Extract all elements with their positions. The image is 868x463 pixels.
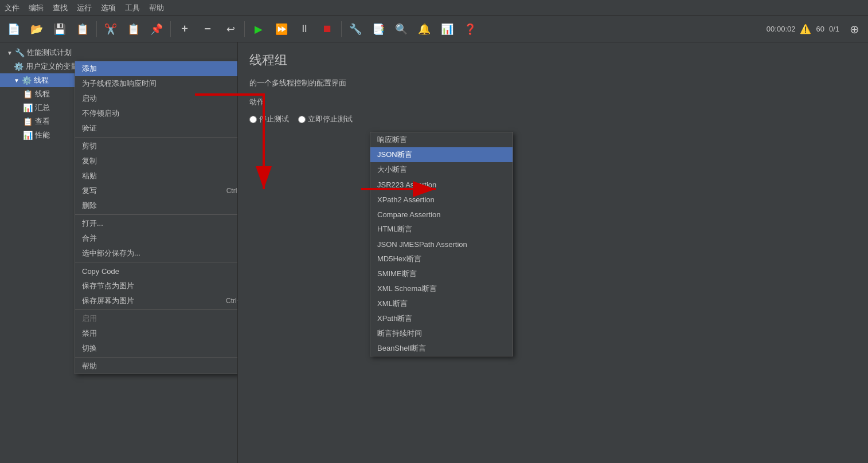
ctx-assertion-duration[interactable]: 断言持续时间 <box>370 326 513 341</box>
clear-button[interactable]: ↩ <box>220 19 241 40</box>
ctx-open[interactable]: 打开... <box>75 216 238 231</box>
ctx-add-response-time[interactable]: 为子线程添加响应时间 <box>75 76 238 91</box>
ctx-copy-code[interactable]: Copy Code <box>75 264 238 278</box>
help-toolbar-button[interactable]: ❓ <box>460 19 480 40</box>
ctx-compare-assertion[interactable]: Compare Assertion <box>370 207 513 222</box>
separator-2 <box>170 21 171 37</box>
ctx-paste-label: 粘贴 <box>82 171 97 181</box>
ctx-merge-label: 合并 <box>82 233 97 244</box>
ctx-xml-schema-assertion[interactable]: XML Schema断言 <box>370 281 513 296</box>
menu-tools[interactable]: 工具 <box>125 3 140 13</box>
arrow-root: ▼ <box>7 50 13 56</box>
ctx-start[interactable]: 启动 <box>75 91 238 106</box>
ctx-paste[interactable]: 粘贴 Ctrl-V <box>75 168 238 183</box>
ctx-size-assertion[interactable]: 大小断言 <box>370 162 513 177</box>
start-no-pause-button[interactable]: ⏩ <box>271 19 292 40</box>
tree-button[interactable]: 📊 <box>437 19 458 40</box>
ctx-start-label: 启动 <box>82 93 97 104</box>
ctx-add-response-time-label: 为子线程添加响应时间 <box>82 79 157 89</box>
ctx-smime-assertion[interactable]: SMIME断言 <box>370 266 513 281</box>
ctx-delete[interactable]: 删除 Delete <box>75 198 238 213</box>
ctx-help[interactable]: 帮助 <box>75 359 238 374</box>
left-panel: ▼ 🔧 性能测试计划 ⚙️ 用户定义的变量 ▼ ⚙️ 线程 📋 线程 📊 <box>0 42 238 463</box>
stop-button[interactable]: ⏹ <box>317 19 338 40</box>
start-button[interactable]: ▶ <box>248 19 269 40</box>
tree-label-vars: 用户定义的变量 <box>26 61 78 72</box>
remote-start-button[interactable]: 🔧 <box>345 19 366 40</box>
paste-button[interactable]: 📌 <box>146 19 167 40</box>
search-button[interactable]: 🔍 <box>391 19 412 40</box>
ctx-start-no-pause[interactable]: 不停顿启动 <box>75 106 238 121</box>
menu-run[interactable]: 运行 <box>77 3 92 13</box>
ctx-toggle[interactable]: 切换 Ctrl-T <box>75 341 238 356</box>
radio-immediate-stop-input[interactable] <box>298 116 306 123</box>
radio-stop-input[interactable] <box>249 116 257 123</box>
ctx-xpath-assertion[interactable]: XPath断言 <box>370 311 513 326</box>
context-menu-level1: 添加 ▶ 为子线程添加响应时间 启动 不停顿启动 验证 剪切 Ctrl-X 复制 <box>75 61 238 374</box>
ctx-disable-label: 禁用 <box>82 328 97 339</box>
ctx-size-assertion-label: 大小断言 <box>377 164 407 175</box>
ctx-add[interactable]: 添加 ▶ <box>75 61 238 76</box>
right-panel: 线程组 的一个多线程控制的配置界面 动作 停止测试 立即停止测试 <box>238 42 868 463</box>
menu-help[interactable]: 帮助 <box>149 3 164 13</box>
ctx-html-assertion[interactable]: HTML断言 <box>370 222 513 237</box>
ctx-toggle-label: 切换 <box>82 343 97 354</box>
menu-file[interactable]: 文件 <box>5 3 19 13</box>
ctx-merge[interactable]: 合并 <box>75 231 238 246</box>
ctx-response-assertion[interactable]: 响应断言 <box>370 132 513 147</box>
icon-view: 📋 <box>23 117 33 126</box>
menu-options[interactable]: 选项 <box>101 3 116 13</box>
context-menu-level3: 响应断言 JSON断言 大小断言 JSR223 Assertion XPath2… <box>370 132 513 356</box>
ctx-json-assertion[interactable]: JSON断言 <box>370 147 513 162</box>
copy-button[interactable]: 📋 <box>123 19 144 40</box>
radio-immediate-stop[interactable]: 立即停止测试 <box>298 114 353 124</box>
radio-immediate-stop-label: 立即停止测试 <box>308 114 353 124</box>
ctx-duplicate-shortcut: Ctrl+Shift-C <box>226 187 238 195</box>
ctx-jsr223-assertion[interactable]: JSR223 Assertion <box>370 177 513 192</box>
ctx-json-jmespath-assertion[interactable]: JSON JMESPath Assertion <box>370 237 513 252</box>
ctx-disable[interactable]: 禁用 <box>75 326 238 341</box>
tree-item-root[interactable]: ▼ 🔧 性能测试计划 <box>0 46 237 60</box>
ctx-xpath2-assertion[interactable]: XPath2 Assertion <box>370 192 513 207</box>
template-button[interactable]: 📑 <box>368 19 389 40</box>
open-button[interactable]: 📂 <box>26 19 47 40</box>
ctx-save-screen-img-shortcut: Ctrl+Shift-G <box>226 297 238 305</box>
new-button[interactable]: 📄 <box>3 19 24 40</box>
sep-2 <box>75 214 238 215</box>
save-button[interactable]: 💾 <box>49 19 70 40</box>
ctx-save-selection[interactable]: 选中部分保存为... <box>75 246 238 261</box>
expand-button[interactable]: ⊕ <box>844 19 865 40</box>
ctx-beanshell-assertion[interactable]: BeanShell断言 <box>370 341 513 356</box>
ctx-help-label: 帮助 <box>82 361 97 371</box>
add-button[interactable]: + <box>174 19 195 40</box>
ctx-duplicate[interactable]: 复写 Ctrl+Shift-C <box>75 183 238 198</box>
stop-radio-group: 停止测试 立即停止测试 <box>249 114 857 124</box>
menu-edit[interactable]: 编辑 <box>29 3 44 13</box>
ctx-save-selection-label: 选中部分保存为... <box>82 248 140 258</box>
arrow-threadgroup: ▼ <box>14 77 19 84</box>
ctx-copy[interactable]: 复制 Ctrl-C <box>75 154 238 168</box>
radio-stop[interactable]: 停止测试 <box>249 114 289 124</box>
bell-button[interactable]: 🔔 <box>414 19 435 40</box>
pause-button[interactable]: ⏸ <box>294 19 315 40</box>
ctx-validate[interactable]: 验证 <box>75 121 238 136</box>
ctx-save-node-img[interactable]: 保存节点为图片 Ctrl-G <box>75 278 238 293</box>
revert-button[interactable]: 📋 <box>72 19 93 40</box>
ctx-enable-label: 启用 <box>82 313 97 324</box>
tree-label-threadgroup: 线程 <box>34 75 49 85</box>
timer-display: 00:00:02 <box>767 25 796 33</box>
ctx-xml-assertion-label: XML断言 <box>377 299 408 309</box>
menu-find[interactable]: 查找 <box>53 3 68 13</box>
ctx-xml-assertion[interactable]: XML断言 <box>370 296 513 311</box>
radio-stop-label: 停止测试 <box>259 114 289 124</box>
remove-button[interactable]: − <box>197 19 218 40</box>
ctx-html-assertion-label: HTML断言 <box>377 224 412 234</box>
ctx-cut[interactable]: 剪切 Ctrl-X <box>75 139 238 154</box>
ctx-xpath2-assertion-label: XPath2 Assertion <box>377 195 435 204</box>
icon-perf: 📊 <box>23 131 33 140</box>
ctx-md5hex-assertion[interactable]: MD5Hex断言 <box>370 252 513 266</box>
ctx-validate-label: 验证 <box>82 123 97 134</box>
ctx-delete-label: 删除 <box>82 201 97 211</box>
cut-button[interactable]: ✂️ <box>100 19 121 40</box>
ctx-save-screen-img[interactable]: 保存屏幕为图片 Ctrl+Shift-G <box>75 293 238 308</box>
